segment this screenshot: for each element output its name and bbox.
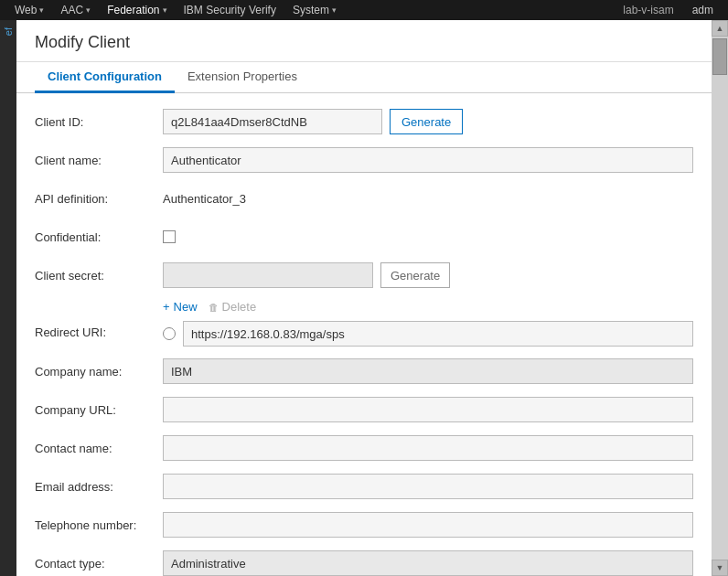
company-name-input[interactable]	[163, 358, 693, 384]
tab-extension-properties[interactable]: Extension Properties	[175, 62, 310, 93]
contact-name-field	[163, 435, 693, 461]
client-name-field	[163, 147, 693, 173]
client-name-input[interactable]	[163, 147, 693, 173]
client-secret-field: Generate	[163, 262, 693, 288]
company-url-field	[163, 397, 693, 422]
company-url-input[interactable]	[163, 397, 693, 422]
topnav-right: lab-v-isam adm	[616, 2, 721, 18]
nav-system[interactable]: System ▾	[285, 2, 344, 18]
redirect-uri-section: Redirect URI: + New 🗑 Delete	[35, 300, 693, 347]
client-id-row: Client ID: Generate	[35, 108, 693, 135]
confidential-row: Confidential:	[35, 223, 693, 251]
modal-title: Modify Client	[35, 33, 693, 52]
nav-web-label: Web	[15, 4, 37, 16]
nav-web-caret: ▾	[39, 5, 44, 15]
telephone-number-field	[163, 512, 693, 538]
email-address-input[interactable]	[163, 474, 693, 499]
confidential-label: Confidential:	[35, 230, 163, 244]
scroll-up-button[interactable]: ▲	[712, 20, 728, 37]
nav-web[interactable]: Web ▾	[7, 2, 51, 18]
new-redirect-label: New	[174, 300, 198, 314]
delete-redirect-label: Delete	[222, 300, 257, 314]
scroll-track	[712, 37, 728, 560]
nav-federation-caret: ▾	[163, 5, 167, 15]
topnav-user[interactable]: adm	[685, 2, 721, 18]
scroll-down-button[interactable]: ▼	[712, 560, 728, 576]
nav-aac-caret: ▾	[86, 5, 91, 15]
redirect-uri-label: Redirect URI:	[35, 300, 163, 339]
email-address-label: Email address:	[35, 480, 163, 494]
company-url-label: Company URL:	[35, 403, 163, 417]
nav-federation-label: Federation	[107, 4, 159, 16]
top-navbar: Web ▾ AAC ▾ Federation ▾ IBM Security Ve…	[0, 0, 728, 20]
plus-icon: +	[163, 300, 170, 314]
company-name-label: Company name:	[35, 365, 163, 379]
left-sidebar: ef	[0, 20, 16, 576]
nav-aac[interactable]: AAC ▾	[53, 2, 98, 18]
api-definition-row: API definition: Authenticator_3	[35, 185, 693, 212]
telephone-number-label: Telephone number:	[35, 518, 163, 532]
redirect-actions: + New 🗑 Delete	[163, 300, 693, 314]
scroll-up-icon: ▲	[716, 24, 724, 33]
email-address-field	[163, 474, 693, 499]
delete-redirect-button[interactable]: 🗑 Delete	[209, 300, 257, 314]
trash-icon: 🗑	[209, 302, 219, 313]
contact-name-label: Contact name:	[35, 442, 163, 455]
tab-client-configuration[interactable]: Client Configuration	[35, 62, 175, 93]
nav-ibm-security-label: IBM Security Verify	[184, 4, 276, 16]
telephone-number-row: Telephone number:	[35, 511, 693, 539]
generate-client-id-button[interactable]: Generate	[390, 109, 463, 134]
contact-type-input[interactable]	[163, 550, 693, 576]
contact-name-input[interactable]	[163, 435, 693, 461]
company-name-field	[163, 358, 693, 384]
redirect-entry	[163, 321, 693, 347]
content-area: Modify Client Client Configuration Exten…	[16, 20, 712, 576]
contact-type-row: Contact type:	[35, 549, 693, 576]
form-content: Client ID: Generate Client name: API def…	[16, 93, 712, 576]
contact-name-row: Contact name:	[35, 434, 693, 462]
api-definition-value: Authenticator_3	[163, 192, 246, 206]
nav-federation[interactable]: Federation ▾	[100, 2, 174, 18]
nav-ibm-security[interactable]: IBM Security Verify	[177, 2, 284, 18]
tabs-bar: Client Configuration Extension Propertie…	[16, 62, 712, 93]
client-secret-row: Client secret: Generate	[35, 261, 693, 289]
api-definition-label: API definition:	[35, 192, 163, 206]
telephone-number-input[interactable]	[163, 512, 693, 538]
scroll-down-icon: ▼	[716, 563, 724, 572]
modal-panel: Modify Client Client Configuration Exten…	[16, 20, 712, 576]
company-url-row: Company URL:	[35, 396, 693, 423]
tab-extension-properties-label: Extension Properties	[187, 69, 297, 83]
scroll-thumb[interactable]	[712, 38, 727, 75]
email-address-row: Email address:	[35, 473, 693, 500]
sidebar-link[interactable]: ef	[1, 24, 16, 39]
nav-aac-label: AAC	[60, 4, 83, 16]
redirect-uri-right: + New 🗑 Delete	[163, 300, 693, 347]
nav-system-caret: ▾	[332, 5, 337, 15]
redirect-url-input[interactable]	[183, 321, 693, 347]
topnav-brand: lab-v-isam	[616, 2, 680, 18]
new-redirect-button[interactable]: + New	[163, 300, 198, 314]
tab-client-configuration-label: Client Configuration	[48, 69, 162, 83]
contact-type-label: Contact type:	[35, 557, 163, 571]
client-id-label: Client ID:	[35, 115, 163, 129]
nav-system-label: System	[293, 4, 329, 16]
main-layout: ef Modify Client Client Configuration Ex…	[0, 20, 728, 576]
confidential-checkbox[interactable]	[163, 230, 176, 243]
generate-secret-button[interactable]: Generate	[380, 262, 450, 288]
company-name-row: Company name:	[35, 357, 693, 385]
client-name-label: Client name:	[35, 154, 163, 167]
client-name-row: Client name:	[35, 146, 693, 174]
contact-type-field	[163, 550, 693, 576]
modal-header: Modify Client	[16, 20, 712, 62]
right-scrollbar: ▲ ▼	[712, 20, 728, 576]
api-definition-field: Authenticator_3	[163, 192, 693, 206]
confidential-field	[163, 230, 693, 243]
redirect-radio[interactable]	[163, 327, 176, 340]
client-id-field: Generate	[163, 109, 693, 134]
client-secret-label: Client secret:	[35, 269, 163, 283]
client-id-input[interactable]	[163, 109, 382, 134]
client-secret-input[interactable]	[163, 262, 373, 288]
